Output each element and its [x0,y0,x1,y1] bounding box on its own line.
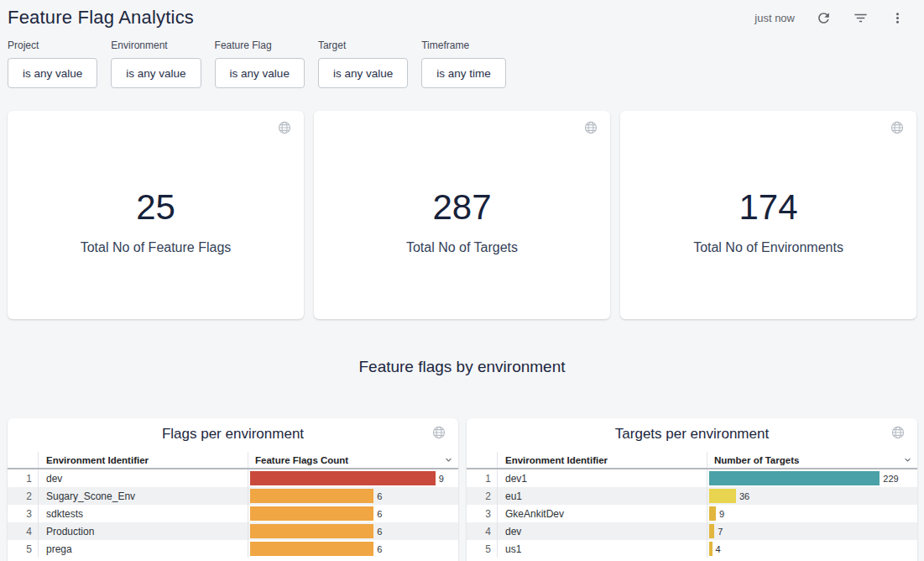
table-row[interactable]: 5prega6 [8,540,458,558]
column-header-environment-identifier: Environment Identifier [39,452,248,468]
chevron-down-icon[interactable] [443,454,454,465]
value-label: 6 [377,491,382,501]
row-number-header [467,452,498,468]
value-bar-cell: 4 [707,540,917,558]
filter-environment: Environment is any value [111,39,201,88]
table-row[interactable]: 2eu136 [467,487,917,505]
filter-label: Project [8,39,97,51]
table-header-row: Environment Identifier Feature Flags Cou… [8,452,458,469]
globe-icon [891,426,905,443]
kpi-value: 25 [136,176,175,228]
data-table: Environment Identifier Feature Flags Cou… [8,452,458,558]
filter-timeframe-button[interactable]: is any time [421,58,506,88]
value-bar-cell: 6 [248,540,458,558]
filter-timeframe: Timeframe is any time [421,39,506,88]
environment-identifier-cell: dev1 [498,469,707,487]
kpi-card-environments: 174 Total No of Environments [620,111,916,319]
row-index: 5 [8,540,39,558]
table-title: Targets per environment [467,426,917,443]
table-row[interactable]: 3sdktests6 [8,505,458,522]
value-bar-cell: 6 [248,505,458,522]
dashboard-menu-button[interactable] [890,10,906,26]
filter-environment-button[interactable]: is any value [111,58,201,88]
filter-label: Environment [111,39,201,51]
column-header-label: Number of Targets [707,455,799,465]
value-label: 4 [716,544,721,554]
globe-icon [584,121,598,138]
last-updated-text: just now [754,12,795,24]
value-bar-cell: 7 [707,522,917,540]
targets-per-environment-card: Targets per environment Environment Iden… [467,418,917,561]
kpi-value: 287 [432,176,491,228]
value-label: 6 [377,509,382,519]
value-bar [709,489,736,503]
value-label: 9 [719,509,724,519]
value-bar [250,506,373,521]
value-bar-cell: 9 [248,469,458,487]
kpi-card-targets: 287 Total No of Targets [314,111,610,319]
kpi-label: Total No of Targets [406,240,518,255]
dashboard-filters-button[interactable] [853,10,869,26]
row-index: 2 [8,487,39,505]
table-row[interactable]: 4Production6 [8,522,458,540]
chevron-down-icon[interactable] [902,454,913,465]
value-bar-cell: 6 [248,522,458,540]
value-bar [250,471,436,485]
filter-feature-flag: Feature Flag is any value [215,39,305,88]
tables-row: Flags per environment Environment Identi… [8,418,917,561]
globe-icon [432,426,446,443]
value-label: 229 [883,474,898,484]
value-bar-cell: 36 [707,487,917,505]
row-index: 3 [8,505,39,522]
table-row[interactable]: 3GkeAnkitDev9 [467,505,917,522]
filter-target-button[interactable]: is any value [318,58,408,88]
value-label: 7 [718,527,723,537]
column-header-environment-identifier: Environment Identifier [498,452,707,468]
filter-label: Target [318,39,408,51]
environment-identifier-cell: prega [39,540,248,558]
kpi-label: Total No of Feature Flags [81,240,232,255]
filter-bar: Project is any value Environment is any … [0,30,924,88]
kpi-value: 174 [739,176,797,228]
value-bar [250,524,373,538]
page-title: Feature Flag Analytics [8,7,194,29]
value-bar-cell: 229 [707,469,917,487]
environment-identifier-cell: dev [498,522,707,540]
value-bar [709,542,713,556]
globe-icon [890,121,904,138]
table-row[interactable]: 4dev7 [467,522,917,540]
environment-identifier-cell: dev [39,469,248,487]
filter-target: Target is any value [318,39,408,88]
table-row[interactable]: 2Sugary_Scone_Env6 [8,487,458,505]
top-actions: just now [754,10,906,26]
refresh-button[interactable] [816,10,832,26]
filter-icon [853,10,869,26]
kpi-row: 25 Total No of Feature Flags 287 Total N… [8,111,916,319]
row-index: 4 [8,522,39,540]
top-bar: Feature Flag Analytics just now [0,0,924,30]
filter-feature-flag-button[interactable]: is any value [215,58,305,88]
section-title: Feature flags by environment [0,358,924,376]
table-row[interactable]: 1dev1229 [467,469,917,487]
kebab-menu-icon [890,10,906,26]
filter-project: Project is any value [8,39,97,88]
value-label: 9 [439,474,444,484]
kpi-card-feature-flags: 25 Total No of Feature Flags [8,111,304,319]
environment-identifier-cell: GkeAnkitDev [498,505,707,522]
value-bar [709,506,716,521]
row-index: 3 [467,505,498,522]
environment-identifier-cell: eu1 [498,487,707,505]
value-label: 36 [739,491,749,501]
table-row[interactable]: 1dev9 [8,469,458,487]
table-rows: 1dev92Sugary_Scone_Env63sdktests64Produc… [8,469,458,558]
table-title: Flags per environment [8,426,458,443]
filter-project-button[interactable]: is any value [8,58,97,88]
value-bar-cell: 6 [248,487,458,505]
row-index: 1 [8,469,39,487]
row-index: 5 [467,540,498,558]
flags-per-environment-card: Flags per environment Environment Identi… [8,418,458,561]
row-index: 2 [467,487,498,505]
column-header-count: Number of Targets [707,452,917,468]
value-bar [709,524,714,538]
table-row[interactable]: 5us14 [467,540,917,558]
